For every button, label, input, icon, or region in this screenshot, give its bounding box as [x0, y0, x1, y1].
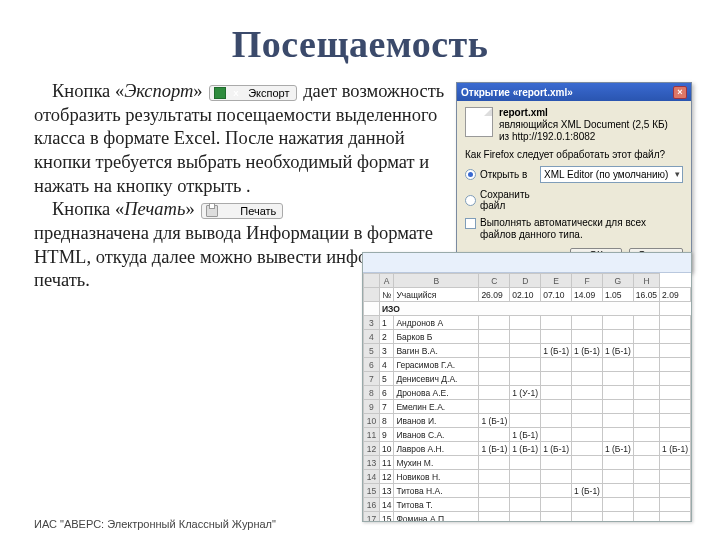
header-row: №Учащийся26.0902.1007.1014.091.0516.052.…: [364, 288, 691, 302]
open-with-select[interactable]: XML Editor (по умолчанию): [540, 166, 683, 183]
radio-open[interactable]: [465, 169, 476, 180]
table-row: 119Иванов С.А.1 (Б-1): [364, 428, 691, 442]
table-row: 1210Лавров А.Н.1 (Б-1)1 (Б-1)1 (Б-1)1 (Б…: [364, 442, 691, 456]
print-button[interactable]: Печать: [201, 203, 283, 219]
footer-text: ИАС "АВЕРС: Электронный Классный Журнал": [34, 518, 276, 530]
excel-icon: [214, 87, 226, 99]
section-row: ИЗО: [364, 302, 691, 316]
table-row: 31Андронов А: [364, 316, 691, 330]
save-file-label: Сохранить файл: [480, 189, 536, 211]
table-row: 108Иванов И.1 (Б-1): [364, 414, 691, 428]
text: »: [193, 81, 207, 101]
table-row: 75Денисевич Д.А.: [364, 372, 691, 386]
printer-icon: [206, 205, 218, 217]
radio-save[interactable]: [465, 195, 476, 206]
table-row: 1412Новиков Н.: [364, 470, 691, 484]
remember-checkbox[interactable]: [465, 218, 476, 229]
table-row: 1715Фомина А.П.: [364, 512, 691, 523]
remember-label: Выполнять автоматически для всех файлов …: [480, 217, 683, 240]
table-row: 1311Мухин М.: [364, 456, 691, 470]
dialog-title: Открытие «report.xml»: [461, 87, 673, 98]
table-row: 1513Титова Н.А.1 (Б-1): [364, 484, 691, 498]
print-button-label: Печать: [222, 205, 276, 217]
dialog-filename: report.xml: [499, 107, 548, 118]
dialog-meta-type: являющийся XML Document (2,5 КБ): [499, 119, 668, 130]
excel-ribbon: [363, 253, 691, 273]
paragraph-1: Кнопка «Экспорт» Экспорт дает возможност…: [34, 80, 454, 198]
table-row: 97Емелин Е.А.: [364, 400, 691, 414]
table-row: 64Герасимов Г.А.: [364, 358, 691, 372]
table-row: 1614Титова Т.: [364, 498, 691, 512]
print-word: Печать: [124, 199, 185, 219]
slide-title: Посещаемость: [34, 22, 686, 66]
text: »: [185, 199, 199, 219]
excel-preview: ABCDEFGH №Учащийся26.0902.1007.1014.091.…: [362, 252, 692, 522]
export-button-label: Экспорт: [230, 87, 289, 99]
export-word: Экспорт: [124, 81, 193, 101]
table-row: 42Барков Б: [364, 330, 691, 344]
paragraph-2: Кнопка «Печать» Печать: [34, 198, 454, 222]
table-row: 86Дронова А.Е.1 (У-1): [364, 386, 691, 400]
file-icon: [465, 107, 493, 137]
dialog-question: Как Firefox следует обработать этот файл…: [465, 149, 683, 160]
dialog-meta-source: из http://192.0.1:8082: [499, 131, 595, 142]
column-letters-row: ABCDEFGH: [364, 274, 691, 288]
open-file-dialog: Открытие «report.xml» × report.xml являю…: [456, 82, 692, 272]
text: Кнопка «: [52, 81, 124, 101]
open-in-label: Открыть в: [480, 169, 536, 180]
table-row: 53Вагин В.А.1 (Б-1)1 (Б-1)1 (Б-1): [364, 344, 691, 358]
export-button[interactable]: Экспорт: [209, 85, 296, 101]
close-icon[interactable]: ×: [673, 86, 687, 99]
text: Кнопка «: [52, 199, 124, 219]
